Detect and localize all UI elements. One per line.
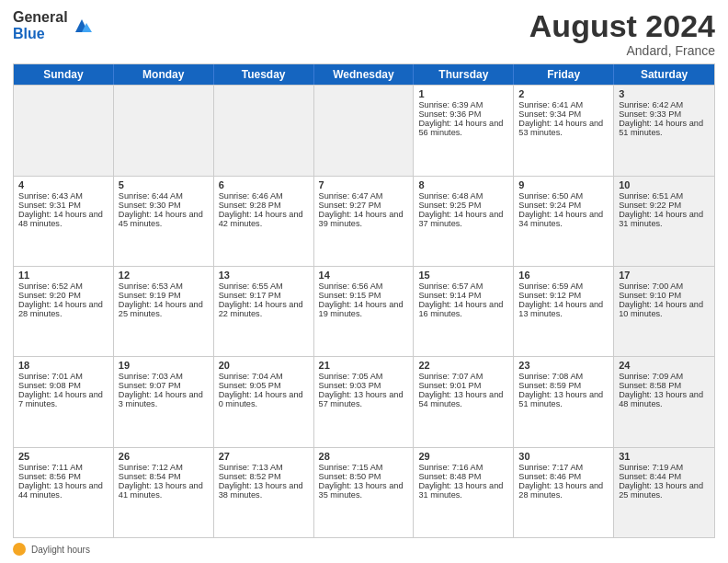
- day-info: Sunset: 9:28 PM: [219, 201, 309, 210]
- logo: General Blue: [13, 9, 92, 41]
- day-info: Sunset: 9:19 PM: [119, 291, 209, 300]
- logo-icon: [72, 16, 92, 36]
- calendar-header-row: SundayMondayTuesdayWednesdayThursdayFrid…: [14, 64, 714, 85]
- calendar-cell: 19Sunrise: 7:03 AMSunset: 9:07 PMDayligh…: [114, 357, 214, 446]
- day-number: 16: [518, 270, 609, 281]
- day-info: Sunrise: 7:04 AM: [219, 372, 309, 381]
- day-info: Daylight: 14 hours and 28 minutes.: [18, 300, 108, 318]
- day-info: Daylight: 14 hours and 16 minutes.: [418, 300, 508, 318]
- calendar-cell: 7Sunrise: 6:47 AMSunset: 9:27 PMDaylight…: [314, 177, 415, 266]
- day-info: Daylight: 14 hours and 51 minutes.: [619, 119, 710, 137]
- day-info: Sunrise: 7:17 AM: [518, 463, 609, 472]
- day-number: 5: [119, 179, 209, 190]
- calendar-cell: 29Sunrise: 7:16 AMSunset: 8:48 PMDayligh…: [414, 448, 514, 537]
- day-number: 9: [518, 179, 609, 190]
- sun-icon: [13, 543, 26, 556]
- calendar-row: 18Sunrise: 7:01 AMSunset: 9:08 PMDayligh…: [14, 356, 714, 446]
- calendar-cell: 16Sunrise: 6:59 AMSunset: 9:12 PMDayligh…: [514, 267, 614, 356]
- calendar-cell: [14, 86, 114, 175]
- day-info: Sunset: 9:15 PM: [319, 291, 409, 300]
- day-number: 17: [619, 270, 710, 281]
- calendar-cell: 14Sunrise: 6:56 AMSunset: 9:15 PMDayligh…: [314, 267, 415, 356]
- day-info: Daylight: 14 hours and 10 minutes.: [619, 300, 710, 318]
- day-info: Sunrise: 6:48 AM: [418, 191, 508, 201]
- day-info: Sunset: 8:50 PM: [319, 472, 409, 481]
- day-info: Sunrise: 7:19 AM: [619, 463, 710, 472]
- day-info: Sunrise: 6:57 AM: [418, 282, 508, 291]
- day-info: Daylight: 13 hours and 25 minutes.: [619, 481, 710, 500]
- day-number: 26: [119, 451, 209, 462]
- day-number: 15: [418, 270, 508, 281]
- day-info: Daylight: 14 hours and 31 minutes.: [619, 210, 710, 228]
- calendar-cell: [314, 86, 415, 175]
- day-info: Sunrise: 6:47 AM: [319, 191, 409, 201]
- day-number: 30: [518, 451, 609, 462]
- calendar-cell: 27Sunrise: 7:13 AMSunset: 8:52 PMDayligh…: [214, 448, 314, 537]
- day-number: 1: [418, 88, 508, 99]
- day-number: 22: [418, 360, 508, 371]
- day-info: Daylight: 14 hours and 48 minutes.: [18, 210, 108, 228]
- calendar-cell: 21Sunrise: 7:05 AMSunset: 9:03 PMDayligh…: [314, 357, 415, 446]
- day-info: Sunset: 8:48 PM: [418, 472, 508, 481]
- day-number: 24: [619, 360, 710, 371]
- day-info: Sunrise: 6:44 AM: [119, 191, 209, 201]
- day-info: Daylight: 14 hours and 53 minutes.: [518, 119, 609, 137]
- day-info: Daylight: 14 hours and 22 minutes.: [219, 300, 309, 318]
- day-info: Daylight: 13 hours and 31 minutes.: [418, 481, 508, 500]
- calendar-cell: 23Sunrise: 7:08 AMSunset: 8:59 PMDayligh…: [514, 357, 614, 446]
- calendar-cell: 22Sunrise: 7:07 AMSunset: 9:01 PMDayligh…: [414, 357, 514, 446]
- day-number: 6: [219, 179, 309, 190]
- day-info: Sunset: 9:12 PM: [518, 291, 609, 300]
- calendar-cell: 26Sunrise: 7:12 AMSunset: 8:54 PMDayligh…: [114, 448, 214, 537]
- day-number: 19: [119, 360, 209, 371]
- day-info: Sunrise: 6:55 AM: [219, 282, 309, 291]
- day-number: 3: [619, 88, 710, 99]
- day-info: Sunrise: 6:51 AM: [619, 191, 710, 201]
- day-info: Sunrise: 7:01 AM: [18, 372, 108, 381]
- calendar-cell: 15Sunrise: 6:57 AMSunset: 9:14 PMDayligh…: [414, 267, 514, 356]
- day-info: Daylight: 14 hours and 0 minutes.: [219, 390, 309, 408]
- calendar-cell: 5Sunrise: 6:44 AMSunset: 9:30 PMDaylight…: [114, 177, 214, 266]
- day-info: Sunset: 9:03 PM: [319, 381, 409, 390]
- day-info: Sunset: 9:01 PM: [418, 381, 508, 390]
- calendar-cell: 12Sunrise: 6:53 AMSunset: 9:19 PMDayligh…: [114, 267, 214, 356]
- logo-general-text: General: [13, 9, 68, 26]
- day-info: Sunset: 8:59 PM: [518, 381, 609, 390]
- day-info: Daylight: 13 hours and 41 minutes.: [119, 481, 209, 500]
- calendar-cell: 2Sunrise: 6:41 AMSunset: 9:34 PMDaylight…: [514, 86, 614, 175]
- month-title: August 2024: [529, 9, 715, 43]
- calendar-cell: 6Sunrise: 6:46 AMSunset: 9:28 PMDaylight…: [214, 177, 314, 266]
- calendar-header-cell: Sunday: [14, 64, 114, 85]
- day-info: Sunrise: 7:07 AM: [418, 372, 508, 381]
- calendar-cell: 1Sunrise: 6:39 AMSunset: 9:36 PMDaylight…: [414, 86, 514, 175]
- day-info: Daylight: 14 hours and 3 minutes.: [119, 390, 209, 408]
- day-info: Daylight: 13 hours and 44 minutes.: [18, 481, 108, 500]
- calendar-cell: [214, 86, 314, 175]
- day-info: Sunset: 9:24 PM: [518, 201, 609, 210]
- day-number: 23: [518, 360, 609, 371]
- day-number: 21: [319, 360, 409, 371]
- day-info: Sunrise: 6:59 AM: [518, 282, 609, 291]
- day-number: 31: [619, 451, 710, 462]
- calendar-cell: 9Sunrise: 6:50 AMSunset: 9:24 PMDaylight…: [514, 177, 614, 266]
- day-info: Sunrise: 6:52 AM: [18, 282, 108, 291]
- day-number: 28: [319, 451, 409, 462]
- day-info: Sunrise: 7:00 AM: [619, 282, 710, 291]
- day-info: Daylight: 14 hours and 13 minutes.: [518, 300, 609, 318]
- day-info: Daylight: 14 hours and 56 minutes.: [418, 119, 508, 137]
- day-info: Sunset: 9:25 PM: [418, 201, 508, 210]
- day-info: Sunrise: 6:46 AM: [219, 191, 309, 201]
- day-info: Sunrise: 6:43 AM: [18, 191, 108, 201]
- day-info: Daylight: 14 hours and 34 minutes.: [518, 210, 609, 228]
- calendar-header-cell: Friday: [514, 64, 614, 85]
- day-number: 12: [119, 270, 209, 281]
- day-info: Sunrise: 7:09 AM: [619, 372, 710, 381]
- day-number: 18: [18, 360, 108, 371]
- day-info: Daylight: 14 hours and 37 minutes.: [418, 210, 508, 228]
- calendar-row: 4Sunrise: 6:43 AMSunset: 9:31 PMDaylight…: [14, 176, 714, 266]
- day-info: Sunrise: 7:12 AM: [119, 463, 209, 472]
- calendar-cell: 10Sunrise: 6:51 AMSunset: 9:22 PMDayligh…: [614, 177, 714, 266]
- calendar-cell: 20Sunrise: 7:04 AMSunset: 9:05 PMDayligh…: [214, 357, 314, 446]
- day-info: Daylight: 14 hours and 7 minutes.: [18, 390, 108, 408]
- day-info: Daylight: 14 hours and 45 minutes.: [119, 210, 209, 228]
